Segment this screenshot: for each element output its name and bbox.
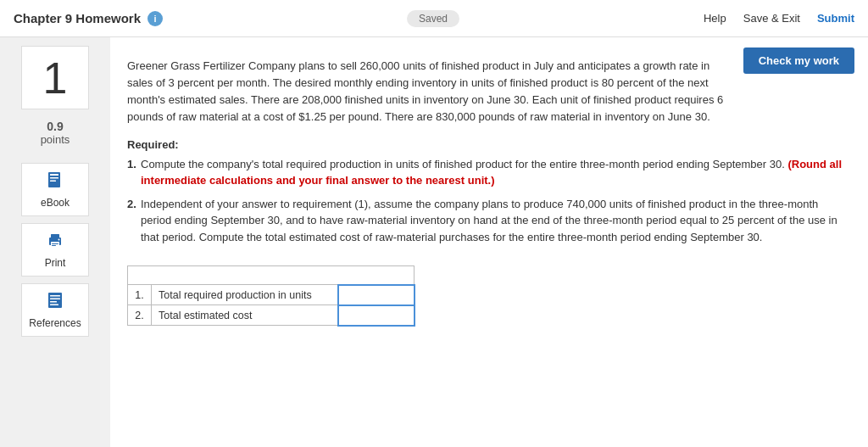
- save-exit-link[interactable]: Save & Exit: [743, 12, 800, 25]
- ebook-label: eBook: [41, 197, 70, 209]
- question-number: 1: [43, 56, 68, 100]
- saved-badge: Saved: [407, 10, 459, 27]
- table-row: 1. Total required production in units: [128, 285, 415, 305]
- info-icon[interactable]: i: [147, 11, 163, 26]
- references-button[interactable]: References: [21, 283, 89, 337]
- header-left: Chapter 9 Homework i: [14, 11, 163, 26]
- table-header-cell: [128, 266, 415, 285]
- svg-rect-7: [52, 243, 58, 244]
- submit-link[interactable]: Submit: [817, 12, 854, 25]
- print-button[interactable]: Print: [21, 223, 89, 277]
- answer-table-wrapper: 1. Total required production in units 2.…: [127, 265, 415, 327]
- points-value: 0.9: [41, 120, 70, 133]
- check-work-button[interactable]: Check my work: [743, 47, 854, 74]
- table-header-row: [128, 266, 415, 285]
- row2-label: Total estimated cost: [152, 305, 338, 326]
- row1-input-cell: [338, 285, 415, 305]
- question-number-box: 1: [21, 46, 89, 109]
- svg-rect-10: [48, 293, 62, 308]
- svg-rect-1: [50, 174, 58, 176]
- svg-rect-13: [50, 301, 57, 303]
- page-title: Chapter 9 Homework: [14, 11, 141, 25]
- svg-point-9: [58, 239, 60, 241]
- content-area: Check my work Greener Grass Fertilizer C…: [110, 37, 868, 447]
- requirements-list: Compute the company's total required pro…: [127, 156, 851, 246]
- references-label: References: [29, 317, 81, 329]
- row2-input[interactable]: [346, 310, 407, 321]
- requirement-1: Compute the company's total required pro…: [127, 156, 851, 189]
- svg-rect-11: [50, 295, 60, 297]
- svg-rect-8: [52, 245, 56, 246]
- svg-rect-12: [50, 299, 60, 300]
- print-label: Print: [45, 257, 66, 269]
- row1-num: 1.: [128, 285, 152, 305]
- print-icon: [46, 231, 64, 254]
- row1-label: Total required production in units: [152, 285, 338, 305]
- answer-table: 1. Total required production in units 2.…: [127, 265, 415, 327]
- svg-rect-2: [50, 177, 58, 179]
- svg-rect-14: [50, 305, 58, 306]
- row2-input-cell: [338, 305, 415, 326]
- points-display: 0.9 points: [41, 120, 70, 146]
- sidebar: 1 0.9 points eBook: [0, 37, 110, 447]
- row1-input[interactable]: [346, 289, 407, 301]
- saved-badge-wrapper: Saved: [407, 12, 459, 25]
- problem-text: Greener Grass Fertilizer Company plans t…: [127, 58, 851, 126]
- row2-num: 2.: [128, 305, 152, 326]
- req2-text: Independent of your answer to requiremen…: [141, 198, 837, 243]
- req1-text: Compute the company's total required pro…: [141, 158, 785, 170]
- requirement-2: Independent of your answer to requiremen…: [127, 196, 851, 246]
- table-row: 2. Total estimated cost: [128, 305, 415, 326]
- references-icon: [46, 291, 64, 314]
- required-heading: Required:: [127, 138, 851, 151]
- points-label: points: [41, 133, 70, 146]
- help-link[interactable]: Help: [704, 12, 726, 25]
- svg-rect-5: [51, 234, 59, 238]
- ebook-icon: [46, 170, 64, 193]
- svg-rect-3: [50, 181, 56, 182]
- header: Chapter 9 Homework i Saved Help Save & E…: [0, 0, 868, 37]
- ebook-button[interactable]: eBook: [21, 163, 89, 216]
- header-right: Help Save & Exit Submit: [704, 12, 854, 25]
- main-layout: 1 0.9 points eBook: [0, 37, 868, 447]
